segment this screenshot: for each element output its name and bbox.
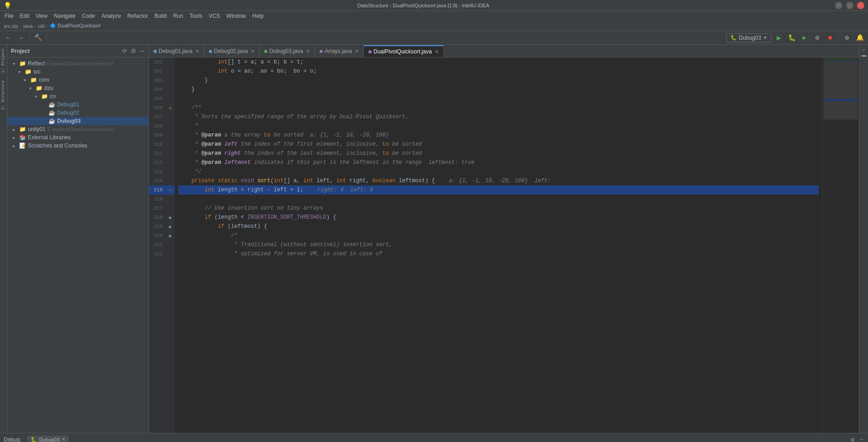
debug-close-icon[interactable]: ─	[859, 435, 864, 442]
right-sidebar-check[interactable]: ✓	[862, 47, 865, 53]
tree-item-reflect[interactable]: ▾ 📁 Reflect E:\javahub\DataStructure\Ref…	[7, 59, 149, 68]
tree-item-debug01[interactable]: ▸ ☕ Debug01	[7, 100, 149, 109]
code-line-211: * @param right the index of the last ele…	[178, 149, 819, 158]
menu-navigate[interactable]: Navigate	[51, 12, 78, 20]
breadcrumb-item-util[interactable]: util	[38, 23, 44, 29]
code-line-213: */	[178, 167, 819, 176]
back-button[interactable]: ←	[3, 32, 14, 43]
close-tab-dubug03[interactable]: ✕	[306, 48, 310, 54]
notifications-button[interactable]: 🔔	[854, 32, 865, 43]
code-line-201: int[] t = a; a = b; b = t;	[178, 58, 819, 67]
tab-dubug03[interactable]: Dubug03.java ✕	[260, 45, 315, 57]
tree-item-ext-libs[interactable]: ▸ 📚 External Libraries	[7, 133, 149, 142]
right-sidebar: ✓ ▌	[859, 45, 868, 433]
debug-button[interactable]: 🐛	[786, 32, 797, 43]
code-line-203: }	[178, 76, 819, 85]
tree-item-cn[interactable]: ▾ 📁 cn	[7, 92, 149, 100]
forward-button[interactable]: →	[16, 32, 27, 43]
code-line-204: }	[178, 85, 819, 94]
breadcrumb-item-class[interactable]: 🔷 DualPivotQuicksort	[50, 23, 101, 29]
menu-edit[interactable]: Edit	[17, 12, 32, 20]
debug-session-tab[interactable]: 🐛 Dubug03 ✕	[27, 436, 69, 442]
stop-button[interactable]: ■	[825, 32, 836, 43]
run-config-selector[interactable]: 🐛 Dubug03 ▼	[726, 33, 772, 42]
menu-view[interactable]: View	[33, 12, 50, 20]
build-button[interactable]: 🔨	[32, 32, 43, 43]
debug-panel: Debug: 🐛 Dubug03 ✕ ⚙ ─ 🐛Debugger ▶Consol…	[0, 433, 868, 442]
menu-code[interactable]: Code	[79, 12, 98, 20]
maximize-button[interactable]: □	[846, 2, 853, 9]
project-panel-header: Project ⟳ ⚙ ─	[7, 45, 149, 58]
tab-debug01[interactable]: Debug01.java ✕	[149, 45, 204, 57]
collapse-icon[interactable]: ─	[139, 47, 145, 55]
code-line-214: private static void sort(int[] a, int le…	[178, 176, 819, 185]
debug-settings-icon[interactable]: ⚙	[850, 435, 855, 442]
tree-item-dzu[interactable]: ▾ 📁 dzu	[7, 84, 149, 92]
tab-arrays[interactable]: Arrays.java ✕	[315, 45, 364, 57]
minimap	[822, 58, 859, 433]
run-config-label: Dubug03	[739, 35, 761, 41]
code-line-221: * Traditional (without sentinel) inserti…	[178, 240, 819, 249]
code-editor[interactable]: 201 202 203 204 205 206⇒ 207 208	[149, 58, 859, 433]
profile-button[interactable]: ⚙	[812, 32, 823, 43]
window-title: DataStructure - DualPivotQuicksort.java …	[11, 3, 835, 8]
title-bar: 💡 DataStructure - DualPivotQuicksort.jav…	[0, 0, 868, 11]
menu-help[interactable]: Help	[250, 12, 266, 20]
tree-item-com[interactable]: ▾ 📁 com	[7, 76, 149, 84]
code-line-219: if (leftmost) {	[178, 222, 819, 231]
tree-item-scratches[interactable]: ▸ 📝 Scratches and Consoles	[7, 142, 149, 150]
menu-analyze[interactable]: Analyze	[99, 12, 124, 20]
tree-item-unity01[interactable]: ▸ 📁 unity01 E:\javahub\DataStructure\uni…	[7, 125, 149, 133]
debug-label: Debug:	[4, 437, 21, 442]
toolbar: ← → 🔨 🐛 Dubug03 ▼ ▶ 🐛 ▶ ⚙ ■ ⚙ 🔔	[0, 31, 868, 45]
menu-build[interactable]: Build	[152, 12, 170, 20]
tab-dualpivot[interactable]: DualPivotQuicksort.java ✕	[364, 45, 443, 57]
menu-file[interactable]: File	[2, 12, 16, 20]
close-tab-arrays[interactable]: ✕	[355, 48, 359, 54]
tree-item-debug02[interactable]: ▸ ☕ Debug02	[7, 109, 149, 117]
code-line-215: int length = right - left + 1; right: 4 …	[178, 185, 819, 195]
code-lines[interactable]: int[] t = a; a = b; b = t; int o = ao; a…	[175, 58, 822, 433]
code-line-205	[178, 94, 819, 103]
coverage-button[interactable]: ▶	[799, 32, 810, 43]
project-panel-title: Project	[11, 48, 30, 54]
code-line-217: // Use insertion sort on tiny arrays	[178, 204, 819, 213]
breadcrumb-item-srczip[interactable]: src.zip	[4, 23, 18, 29]
code-line-216	[178, 195, 819, 204]
code-line-208: *	[178, 121, 819, 131]
code-line-218: if (length < INSERTION_SORT_THRESHOLD) {	[178, 213, 819, 222]
close-button[interactable]: ✕	[857, 2, 864, 9]
scratches-label: Scratches and Consoles	[28, 142, 87, 149]
editor-area: Debug01.java ✕ Debug02.java ✕ Dubug03.ja…	[149, 45, 859, 433]
right-sidebar-bookmark[interactable]: ▌	[861, 55, 866, 58]
menu-window[interactable]: Window	[224, 12, 249, 20]
debug-session-name: Dubug03	[39, 437, 60, 442]
code-line-212: * @param leftmost indicates if this part…	[178, 158, 819, 167]
vertical-tab-structure[interactable]: 2: Structure	[0, 77, 7, 114]
code-line-206: /**	[178, 103, 819, 112]
breadcrumb-item-java[interactable]: java	[23, 23, 32, 29]
close-tab-debug01[interactable]: ✕	[195, 48, 199, 54]
tree-item-dubug03[interactable]: ▸ ☕ Dubug03	[7, 117, 149, 125]
line-gutter: 201 202 203 204 205 206⇒ 207 208	[149, 58, 175, 433]
toolbar-separator-3	[838, 34, 839, 42]
tab-bar: Debug01.java ✕ Debug02.java ✕ Dubug03.ja…	[149, 45, 859, 58]
close-tab-debug02[interactable]: ✕	[250, 48, 255, 54]
project-panel: Project ⟳ ⚙ ─ ▾ 📁 Reflect E:\javahub\Dat…	[7, 45, 149, 433]
menu-tools[interactable]: Tools	[187, 12, 205, 20]
settings-icon[interactable]: ⚙	[130, 47, 137, 55]
tab-debug02[interactable]: Debug02.java ✕	[204, 45, 260, 57]
menu-vcs[interactable]: VCS	[206, 12, 223, 20]
vertical-tab-project[interactable]: 1: Project	[0, 45, 7, 77]
project-tree: ▾ 📁 Reflect E:\javahub\DataStructure\Ref…	[7, 58, 149, 433]
settings-button[interactable]: ⚙	[841, 32, 852, 43]
minimize-button[interactable]: ─	[835, 2, 842, 9]
menu-refactor[interactable]: Refactor	[125, 12, 151, 20]
breadcrumb: src.zip › java › util › 🔷 DualPivotQuick…	[0, 21, 868, 31]
close-tab-dualpivot[interactable]: ✕	[435, 49, 439, 55]
tree-item-src[interactable]: ▾ 📁 src	[7, 68, 149, 76]
menu-run[interactable]: Run	[170, 12, 186, 20]
sync-icon[interactable]: ⟳	[121, 47, 128, 55]
run-button[interactable]: ▶	[773, 32, 784, 43]
menu-bar: File Edit View Navigate Code Analyze Ref…	[0, 11, 868, 21]
